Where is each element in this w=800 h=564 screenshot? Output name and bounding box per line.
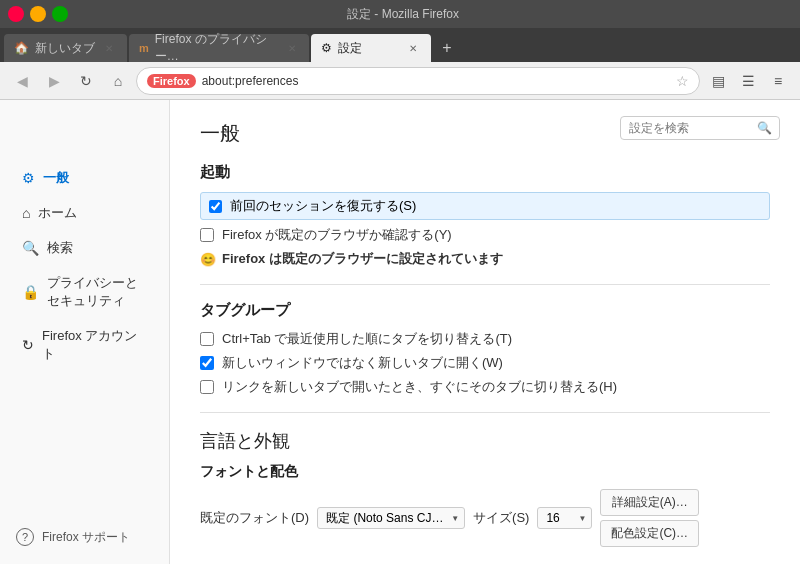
main-panel: 🔍 一般 起動 前回のセッションを復元する(S) Firefox が既定のブラウ… [170, 100, 800, 564]
sync-icon: ↻ [22, 337, 34, 353]
address-text[interactable]: about:preferences [202, 74, 670, 88]
sidebar-item-general[interactable]: ⚙ 一般 [6, 161, 163, 195]
tab-privacy-icon: m [139, 42, 149, 54]
browser-content: ⚙ 一般 ⌂ ホーム 🔍 検索 🔒 プライバシーとセキュリティ ↻ Firefo… [0, 100, 800, 564]
sidebar-item-privacy[interactable]: 🔒 プライバシーとセキュリティ [6, 266, 163, 318]
font-select-wrapper: 既定 (Noto Sans CJ… [317, 507, 465, 529]
window-controls [8, 6, 68, 22]
check-default-checkbox[interactable] [200, 228, 214, 242]
font-section-title: フォントと配色 [200, 463, 770, 481]
switch-tab-checkbox[interactable] [200, 380, 214, 394]
sidebar-item-search-label: 検索 [47, 239, 73, 257]
tab-privacy-close[interactable]: ✕ [284, 40, 299, 56]
new-tab-button[interactable]: + [433, 34, 461, 62]
tabbar: 🏠 新しいタブ ✕ m Firefox のプライバシー… ✕ ⚙ 設定 ✕ + [0, 28, 800, 62]
size-select[interactable]: 16 [537, 507, 592, 529]
new-tab-label[interactable]: 新しいウィンドウではなく新しいタブに開く(W) [222, 354, 503, 372]
font-buttons: 詳細設定(A)… 配色設定(C)… [600, 489, 699, 547]
tab-privacy[interactable]: m Firefox のプライバシー… ✕ [129, 34, 309, 62]
sidebar-item-search[interactable]: 🔍 検索 [6, 231, 163, 265]
restore-session-label[interactable]: 前回のセッションを復元する(S) [230, 197, 761, 215]
address-bar: Firefox about:preferences ☆ [136, 67, 700, 95]
ctrl-tab-label[interactable]: Ctrl+Tab で最近使用した順にタブを切り替える(T) [222, 330, 512, 348]
tabgroup-section-title: タブグループ [200, 301, 770, 320]
newtab-home-icon: 🏠 [14, 41, 29, 55]
nav-tools: ▤ ☰ ≡ [704, 67, 792, 95]
tab-privacy-label: Firefox のプライバシー… [155, 31, 279, 65]
minimize-button[interactable] [30, 6, 46, 22]
support-question-icon: ? [16, 528, 34, 546]
default-browser-text: Firefox は既定のブラウザーに設定されています [222, 250, 503, 268]
tab-newtab-close[interactable]: ✕ [101, 40, 117, 56]
close-button[interactable] [8, 6, 24, 22]
bookmark-icon[interactable]: ☆ [676, 73, 689, 89]
general-icon: ⚙ [22, 170, 35, 186]
section-divider-1 [200, 284, 770, 285]
switch-tab-row: リンクを新しいタブで開いたとき、すぐにそのタブに切り替える(H) [200, 378, 770, 396]
menu-button[interactable]: ≡ [764, 67, 792, 95]
color-settings-button[interactable]: 配色設定(C)… [600, 520, 699, 547]
sidebar-item-account[interactable]: ↻ Firefox アカウント [6, 319, 163, 371]
titlebar: 設定 - Mozilla Firefox [0, 0, 800, 28]
size-select-wrapper: 16 [537, 507, 592, 529]
window-title: 設定 - Mozilla Firefox [68, 6, 738, 23]
tab-settings-close[interactable]: ✕ [405, 40, 421, 56]
new-tab-row: 新しいウィンドウではなく新しいタブに開く(W) [200, 354, 770, 372]
default-browser-status: 😊 Firefox は既定のブラウザーに設定されています [200, 250, 770, 268]
new-tab-checkbox[interactable] [200, 356, 214, 370]
smiley-icon: 😊 [200, 252, 216, 267]
home-icon: ⌂ [22, 205, 30, 221]
section-divider-2 [200, 412, 770, 413]
search-input-icon: 🔍 [757, 121, 772, 135]
sidebar-item-home[interactable]: ⌂ ホーム [6, 196, 163, 230]
navbar: ◀ ▶ ↻ ⌂ Firefox about:preferences ☆ ▤ ☰ … [0, 62, 800, 100]
detail-settings-button[interactable]: 詳細設定(A)… [600, 489, 699, 516]
ctrl-tab-checkbox[interactable] [200, 332, 214, 346]
settings-search-input[interactable] [620, 116, 780, 140]
sidebar: ⚙ 一般 ⌂ ホーム 🔍 検索 🔒 プライバシーとセキュリティ ↻ Firefo… [0, 100, 170, 564]
back-button[interactable]: ◀ [8, 67, 36, 95]
sidebar-item-account-label: Firefox アカウント [42, 327, 147, 363]
sidebar-support[interactable]: ? Firefox サポート [0, 520, 170, 554]
firefox-badge: Firefox [147, 74, 196, 88]
ctrl-tab-row: Ctrl+Tab で最近使用した順にタブを切り替える(T) [200, 330, 770, 348]
home-button[interactable]: ⌂ [104, 67, 132, 95]
font-row: 既定のフォント(D) 既定 (Noto Sans CJ… サイズ(S) 16 詳… [200, 489, 770, 547]
font-select[interactable]: 既定 (Noto Sans CJ… [317, 507, 465, 529]
tab-settings-icon: ⚙ [321, 41, 332, 55]
tab-newtab-label: 新しいタブ [35, 40, 95, 57]
sidebar-item-privacy-label: プライバシーとセキュリティ [47, 274, 147, 310]
tab-settings-label: 設定 [338, 40, 362, 57]
startup-section-title: 起動 [200, 163, 770, 182]
sidebar-item-home-label: ホーム [38, 204, 77, 222]
font-label: 既定のフォント(D) [200, 509, 309, 527]
forward-button[interactable]: ▶ [40, 67, 68, 95]
tab-settings[interactable]: ⚙ 設定 ✕ [311, 34, 431, 62]
tab-newtab[interactable]: 🏠 新しいタブ ✕ [4, 34, 127, 62]
search-box-container: 🔍 [620, 116, 780, 140]
support-label: Firefox サポート [42, 529, 130, 546]
lock-icon: 🔒 [22, 284, 39, 300]
maximize-button[interactable] [52, 6, 68, 22]
sidebar-button[interactable]: ☰ [734, 67, 762, 95]
restore-session-row: 前回のセッションを復元する(S) [200, 192, 770, 220]
search-icon: 🔍 [22, 240, 39, 256]
reload-button[interactable]: ↻ [72, 67, 100, 95]
sidebar-item-general-label: 一般 [43, 169, 69, 187]
lang-section-title: 言語と外観 [200, 429, 770, 453]
check-default-label[interactable]: Firefox が既定のブラウザか確認する(Y) [222, 226, 452, 244]
restore-session-checkbox[interactable] [209, 200, 222, 213]
size-label: サイズ(S) [473, 509, 529, 527]
collections-button[interactable]: ▤ [704, 67, 732, 95]
switch-tab-label[interactable]: リンクを新しいタブで開いたとき、すぐにそのタブに切り替える(H) [222, 378, 617, 396]
check-default-row: Firefox が既定のブラウザか確認する(Y) [200, 226, 770, 244]
